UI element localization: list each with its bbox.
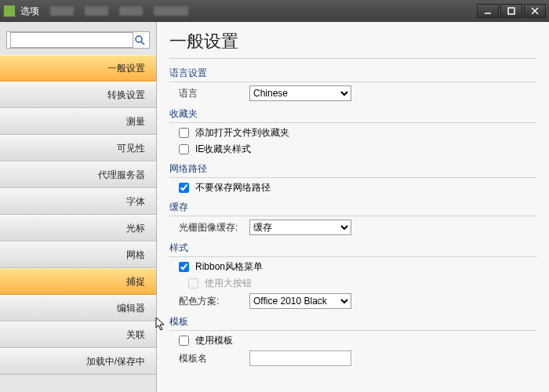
fav-ie-style-label: IE收藏夹样式	[195, 143, 251, 156]
ribbon-label: Ribbon风格菜单	[195, 260, 263, 274]
sidebar-item-1[interactable]: 转换设置	[0, 82, 156, 108]
page-title: 一般设置	[169, 30, 536, 59]
section-favorites: 收藏夹	[169, 107, 536, 123]
menu-blur	[119, 6, 143, 16]
section-netpath: 网络路径	[169, 162, 536, 178]
fav-add-open-label: 添加打开文件到收藏夹	[195, 126, 289, 140]
search-input[interactable]	[10, 32, 133, 48]
bigbutton-label: 使用大按钮	[205, 277, 252, 290]
app-icon	[3, 5, 16, 17]
window-title: 选项	[20, 5, 39, 18]
svg-line-5	[141, 42, 144, 45]
sidebar-item-label: 转换设置	[107, 89, 145, 102]
svg-point-4	[136, 36, 142, 42]
sidebar-item-4[interactable]: 代理服务器	[0, 162, 156, 188]
language-label: 语言	[179, 87, 243, 100]
sidebar-item-label: 网格	[126, 249, 145, 262]
template-name-input	[249, 350, 351, 366]
sidebar-item-label: 加载中/保存中	[86, 355, 145, 368]
bigbutton-checkbox	[188, 278, 198, 289]
menu-blur	[154, 6, 188, 16]
sidebar-item-label: 光标	[126, 222, 145, 235]
sidebar-search[interactable]	[6, 31, 150, 49]
cache-label: 光栅图像缓存:	[179, 221, 243, 234]
sidebar-item-label: 测量	[126, 115, 145, 129]
sidebar-item-label: 可见性	[117, 142, 145, 155]
search-icon[interactable]	[133, 34, 146, 46]
scheme-label: 配色方案:	[179, 295, 243, 308]
sidebar-item-2[interactable]: 测量	[0, 108, 156, 135]
close-button[interactable]	[524, 4, 546, 18]
sidebar-item-6[interactable]: 光标	[0, 215, 156, 241]
netpath-nosave-checkbox[interactable]	[179, 183, 189, 193]
minimize-button[interactable]	[477, 4, 499, 18]
sidebar-item-label: 代理服务器	[98, 169, 145, 182]
ribbon-checkbox[interactable]	[179, 262, 189, 272]
sidebar-item-11[interactable]: 加载中/保存中	[0, 348, 156, 375]
section-language: 语言设置	[169, 67, 536, 82]
sidebar-item-10[interactable]: 关联	[0, 321, 156, 348]
sidebar-item-label: 捕捉	[126, 275, 145, 289]
sidebar-item-5[interactable]: 字体	[0, 188, 156, 215]
menu-blur	[50, 6, 74, 16]
scheme-select[interactable]: Office 2010 Black	[249, 293, 351, 309]
netpath-nosave-label: 不要保存网络路径	[195, 181, 271, 194]
cache-select[interactable]: 缓存	[249, 220, 351, 235]
section-cache: 缓存	[169, 201, 536, 216]
sidebar-item-8[interactable]: 捕捉	[0, 268, 156, 295]
fav-ie-style-checkbox[interactable]	[179, 144, 189, 154]
sidebar-item-label: 编辑器	[117, 302, 145, 315]
sidebar-item-0[interactable]: 一般设置	[0, 55, 156, 82]
use-template-label: 使用模板	[195, 334, 233, 347]
template-name-label: 模板名	[179, 352, 243, 365]
sidebar-item-label: 关联	[126, 328, 145, 342]
section-template: 模板	[169, 315, 536, 331]
menu-blur	[85, 6, 108, 16]
sidebar-item-9[interactable]: 编辑器	[0, 295, 156, 321]
section-style: 样式	[169, 241, 536, 257]
content-panel: 一般设置 语言设置 语言 Chinese 收藏夹 添加打开文件到收藏夹 IE收藏…	[157, 22, 549, 392]
fav-add-open-checkbox[interactable]	[179, 128, 189, 138]
language-select[interactable]: Chinese	[249, 85, 351, 101]
sidebar-item-3[interactable]: 可见性	[0, 135, 156, 162]
use-template-checkbox[interactable]	[179, 336, 189, 346]
maximize-button[interactable]	[500, 4, 522, 18]
sidebar-item-label: 一般设置	[107, 62, 145, 75]
sidebar-item-label: 字体	[126, 195, 145, 209]
sidebar: 一般设置转换设置测量可见性代理服务器字体光标网格捕捉编辑器关联加载中/保存中	[0, 22, 157, 392]
sidebar-item-7[interactable]: 网格	[0, 241, 156, 268]
svg-rect-1	[508, 8, 514, 14]
